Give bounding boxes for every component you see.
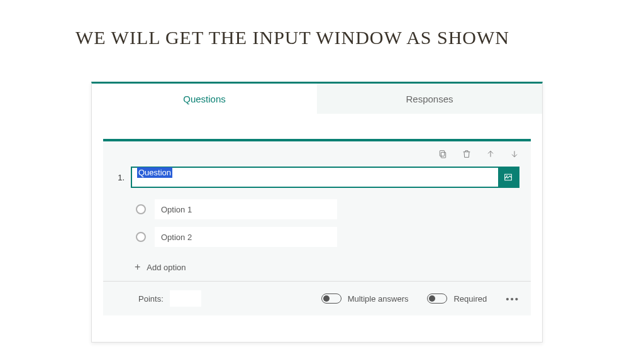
tab-bar: Questions Responses	[92, 84, 542, 114]
multiple-answers-label: Multiple answers	[348, 294, 409, 304]
points-label: Points:	[138, 294, 164, 304]
move-down-icon[interactable]	[509, 149, 519, 159]
options-list	[103, 193, 531, 257]
radio-icon[interactable]	[136, 232, 146, 242]
plus-icon: +	[135, 262, 140, 272]
slide-title: WE WILL GET THE INPUT WINDOW AS SHOWN	[0, 0, 644, 50]
tab-questions[interactable]: Questions	[92, 84, 317, 114]
svg-rect-0	[441, 152, 445, 158]
option-row	[136, 227, 531, 247]
question-input[interactable]: Question	[132, 168, 498, 187]
insert-media-button[interactable]	[498, 168, 518, 187]
tab-responses[interactable]: Responses	[317, 84, 542, 114]
radio-icon[interactable]	[136, 204, 146, 214]
option-input-1[interactable]	[155, 199, 337, 219]
multiple-answers-toggle[interactable]	[321, 293, 341, 304]
card-footer: Points: Multiple answers Required •••	[103, 281, 531, 315]
points-input[interactable]	[170, 290, 201, 307]
question-number: 1.	[114, 173, 125, 182]
trash-icon[interactable]	[462, 149, 472, 159]
question-row: 1. Question	[103, 163, 531, 193]
option-row	[136, 199, 531, 219]
option-input-2[interactable]	[155, 227, 337, 247]
card-toolbar	[103, 141, 531, 163]
more-options-icon[interactable]: •••	[506, 293, 519, 304]
svg-rect-1	[440, 151, 444, 156]
question-card: 1. Question + Add option Points:	[103, 139, 531, 315]
add-option-button[interactable]: + Add option	[103, 257, 531, 281]
add-option-label: Add option	[147, 263, 186, 272]
question-input-wrap: Question	[131, 167, 519, 188]
svg-point-2	[506, 175, 508, 177]
required-toggle[interactable]	[427, 293, 447, 304]
copy-icon[interactable]	[438, 149, 448, 159]
forms-editor-frame: Questions Responses 1. Question	[91, 82, 543, 343]
required-label: Required	[453, 294, 487, 304]
move-up-icon[interactable]	[486, 149, 496, 159]
